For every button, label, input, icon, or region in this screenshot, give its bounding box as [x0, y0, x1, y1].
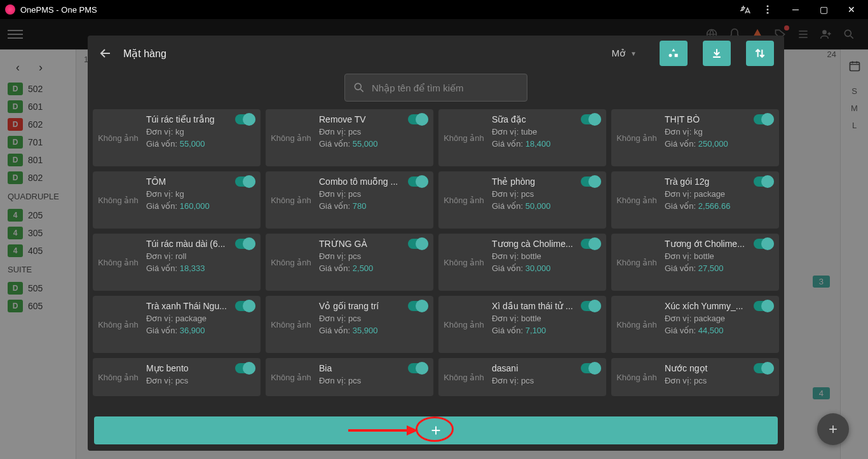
item-toggle[interactable] [408, 114, 428, 124]
item-toggle[interactable] [408, 239, 428, 249]
item-name: Remove TV [319, 114, 408, 124]
item-card[interactable]: Không ảnh Tương ớt Cholime... Đơn vị: bo… [611, 234, 779, 291]
item-card[interactable]: Không ảnh TÔM Đơn vị: kg Giá vốn: 160,00… [93, 171, 261, 229]
item-toggle[interactable] [408, 363, 428, 373]
item-toggle[interactable] [754, 239, 774, 249]
svg-point-7 [355, 83, 361, 90]
item-toggle[interactable] [581, 176, 601, 187]
item-name: Bia [319, 363, 408, 373]
item-toggle[interactable] [408, 176, 428, 187]
item-card[interactable]: Không ảnh Xúc xích Yummy_... Đơn vị: pac… [611, 296, 779, 353]
item-price: Giá vốn: 35,900 [319, 326, 428, 335]
item-unit: Đơn vị: bottle [665, 251, 774, 261]
item-card[interactable]: Không ảnh Tương cà Cholime... Đơn vị: bo… [438, 234, 606, 291]
item-card[interactable]: Không ảnh Trà xanh Thái Ngu... Đơn vị: p… [93, 296, 261, 353]
close-button[interactable]: ✕ [840, 0, 863, 19]
back-button[interactable] [98, 46, 113, 61]
item-toggle[interactable] [754, 176, 774, 187]
item-thumbnail: Không ảnh [266, 109, 316, 166]
item-name: Nước ngọt [665, 363, 754, 373]
dropdown-label: Mở [612, 48, 626, 59]
search-box[interactable] [344, 74, 527, 102]
item-price: Giá vốn: 27,500 [665, 263, 774, 273]
item-name: Sữa đặc [492, 114, 581, 124]
search-input[interactable] [372, 83, 519, 93]
item-card[interactable]: Không ảnh Nước ngọt Đơn vị: pcs [611, 358, 779, 396]
item-toggle[interactable] [235, 239, 255, 249]
item-unit: Đơn vị: package [665, 189, 774, 199]
item-unit: Đơn vị: pcs [665, 376, 774, 385]
more-vert-icon[interactable] [761, 3, 774, 16]
item-name: dasani [492, 363, 581, 373]
maximize-button[interactable]: ▢ [812, 0, 835, 19]
item-card[interactable]: Không ảnh Thẻ phòng Đơn vị: pcs Giá vốn:… [438, 171, 606, 229]
item-price: Giá vốn: 55,000 [319, 139, 428, 149]
item-price: Giá vốn: 18,333 [146, 263, 255, 273]
item-toggle[interactable] [408, 301, 428, 311]
window-title: OnePMS - One PMS [20, 5, 738, 15]
item-unit: Đơn vị: pcs [492, 376, 601, 385]
svg-point-0 [767, 5, 769, 7]
item-unit: Đơn vị: pcs [319, 127, 428, 136]
item-unit: Đơn vị: pcs [319, 251, 428, 261]
item-price: Giá vốn: 2,566.66 [665, 201, 774, 211]
item-thumbnail: Không ảnh [266, 234, 316, 291]
item-toggle[interactable] [581, 301, 601, 311]
item-unit: Đơn vị: tube [492, 127, 601, 136]
item-name: Trà xanh Thái Ngu... [146, 301, 235, 311]
item-toggle[interactable] [581, 114, 601, 124]
item-price: Giá vốn: 50,000 [492, 201, 601, 211]
item-card[interactable]: Không ảnh Sữa đặc Đơn vị: tube Giá vốn: … [438, 109, 606, 166]
item-thumbnail: Không ảnh [93, 234, 144, 291]
add-item-button[interactable] [94, 416, 778, 444]
item-card[interactable]: Không ảnh Xì dầu tam thái tử ... Đơn vị:… [438, 296, 606, 353]
item-card[interactable]: Không ảnh Remove TV Đơn vị: pcs Giá vốn:… [266, 109, 433, 166]
item-card[interactable]: Không ảnh Túi rác tiểu trắng Đơn vị: kg … [93, 109, 261, 166]
item-toggle[interactable] [754, 114, 774, 124]
item-thumbnail: Không ảnh [438, 234, 489, 291]
item-name: Thẻ phòng [492, 176, 581, 187]
item-toggle[interactable] [235, 176, 255, 187]
item-name: TÔM [146, 176, 235, 187]
item-thumbnail: Không ảnh [611, 296, 662, 353]
category-button[interactable] [660, 41, 688, 66]
item-card[interactable]: Không ảnh Combo tô muỗng ... Đơn vị: pcs… [266, 171, 433, 229]
item-card[interactable]: Không ảnh Bia Đơn vị: pcs [266, 358, 433, 396]
item-toggle[interactable] [581, 239, 601, 249]
modal-header: Mặt hàng Mở ▼ [88, 36, 784, 71]
item-thumbnail: Không ảnh [438, 358, 489, 396]
download-button[interactable] [703, 41, 731, 66]
item-price: Giá vốn: 7,100 [492, 326, 601, 335]
item-name: TRỨNG GÀ [319, 239, 408, 249]
item-thumbnail: Không ảnh [438, 171, 489, 229]
item-card[interactable]: Không ảnh Trà gói 12g Đơn vị: package Gi… [611, 171, 779, 229]
item-unit: Đơn vị: pcs [146, 376, 255, 385]
minimize-button[interactable]: ─ [784, 0, 807, 19]
item-toggle[interactable] [754, 363, 774, 373]
item-toggle[interactable] [235, 114, 255, 124]
item-thumbnail: Không ảnh [93, 109, 144, 166]
item-toggle[interactable] [581, 363, 601, 373]
translate-icon[interactable] [738, 3, 751, 16]
item-toggle[interactable] [235, 301, 255, 311]
status-dropdown[interactable]: Mở ▼ [604, 44, 644, 63]
item-card[interactable]: Không ảnh THỊT BÒ Đơn vị: kg Giá vốn: 25… [611, 109, 779, 166]
item-card[interactable]: Không ảnh dasani Đơn vị: pcs [438, 358, 606, 396]
item-name: Tương ớt Cholime... [665, 239, 754, 249]
item-card[interactable]: Không ảnh Mực bento Đơn vị: pcs [93, 358, 261, 396]
item-thumbnail: Không ảnh [438, 296, 489, 353]
item-thumbnail: Không ảnh [611, 171, 662, 229]
item-name: Trà gói 12g [665, 176, 754, 187]
item-unit: Đơn vị: kg [146, 189, 255, 199]
item-unit: Đơn vị: pcs [319, 314, 428, 323]
annotation-arrow [348, 428, 416, 432]
item-card[interactable]: Không ảnh TRỨNG GÀ Đơn vị: pcs Giá vốn: … [266, 234, 433, 291]
sort-button[interactable] [746, 41, 774, 66]
item-card[interactable]: Không ảnh Túi rác màu dài (6... Đơn vị: … [93, 234, 261, 291]
item-toggle[interactable] [235, 363, 255, 373]
fab-add-button[interactable]: + [817, 413, 849, 445]
item-price: Giá vốn: 36,900 [146, 326, 255, 335]
item-unit: Đơn vị: bottle [492, 314, 601, 323]
item-card[interactable]: Không ảnh Vỏ gối trang trí Đơn vị: pcs G… [266, 296, 433, 353]
item-toggle[interactable] [754, 301, 774, 311]
